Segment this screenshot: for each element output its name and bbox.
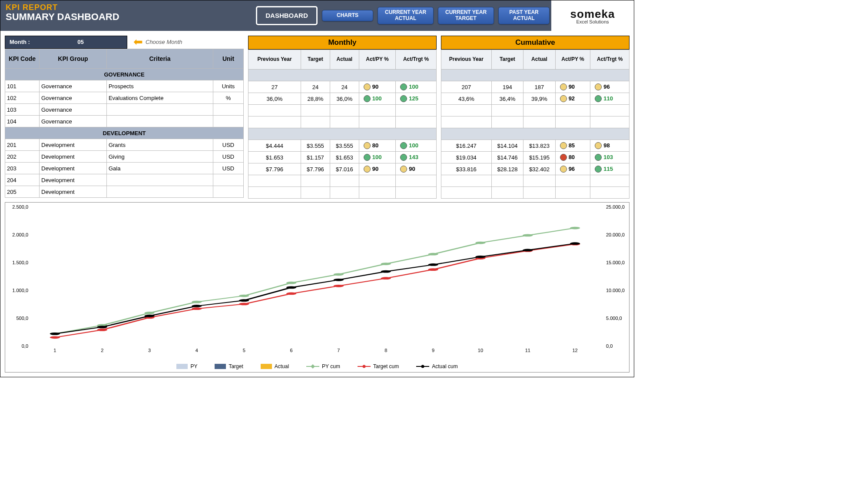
cumulative-table: Previous Year Target Actual Act/PY % Act… <box>441 50 629 199</box>
cumulative-row: 2071941879096 <box>441 81 629 93</box>
svg-point-13 <box>97 329 107 331</box>
group-spacer <box>441 70 629 81</box>
kpi-row[interactable]: 103Governance <box>5 104 244 116</box>
group-header: DEVELOPMENT <box>5 127 244 139</box>
nav-charts[interactable]: CHARTS <box>322 10 373 21</box>
svg-point-3 <box>192 301 202 303</box>
cumulative-row: $16.247$14.104$13.8238598 <box>441 140 629 152</box>
col-kpi-group: KPI Group <box>40 49 107 69</box>
svg-point-10 <box>523 234 533 237</box>
monthly-row: $4.444$3.555$3.55580100 <box>248 140 437 152</box>
svg-point-35 <box>570 242 580 245</box>
group-spacer <box>441 128 629 140</box>
svg-point-5 <box>286 282 297 284</box>
cumulative-row: $33.816$28.128$32.40296115 <box>441 163 629 175</box>
monthly-row: $1.653$1.157$1.653100143 <box>248 152 437 163</box>
kpi-row[interactable]: 104Governance <box>5 116 244 127</box>
header-bar: KPI REPORT SUMMARY DASHBOARD DASHBOARDCH… <box>0 0 634 31</box>
monthly-row <box>248 105 437 116</box>
svg-point-6 <box>334 273 344 276</box>
col-cum-py: Previous Year <box>441 50 492 70</box>
nav-current-year-target[interactable]: CURRENT YEAR TARGET <box>438 7 494 24</box>
svg-point-9 <box>475 242 486 244</box>
col-mon-target: Target <box>301 50 330 70</box>
svg-point-19 <box>381 277 391 279</box>
col-mon-py: Previous Year <box>248 50 301 70</box>
legend-item: Target <box>215 363 243 369</box>
svg-point-29 <box>286 286 297 289</box>
nav-bar: DASHBOARDCHARTSCURRENT YEAR ACTUALCURREN… <box>254 0 551 31</box>
group-header: GOVERNANCE <box>5 69 244 80</box>
svg-point-2 <box>144 312 155 314</box>
monthly-title: Monthly <box>248 36 437 50</box>
col-mon-actual: Actual <box>330 50 359 70</box>
kpi-row[interactable]: 102GovernanceEvaluations Complete% <box>5 92 244 104</box>
kpi-row[interactable]: 101GovernanceProspectsUnits <box>5 80 244 92</box>
svg-point-34 <box>523 249 533 252</box>
kpi-row[interactable]: 201DevelopmentGrantsUSD <box>5 139 244 151</box>
svg-point-31 <box>381 270 391 273</box>
svg-point-18 <box>334 285 344 287</box>
monthly-row <box>248 187 437 199</box>
kpi-table: KPI Code KPI Group Criteria Unit GOVERNA… <box>5 49 244 198</box>
svg-point-8 <box>428 253 438 256</box>
svg-point-27 <box>192 305 202 307</box>
col-mon-actpy: Act/PY % <box>359 50 395 70</box>
kpi-row[interactable]: 203DevelopmentGalaUSD <box>5 163 244 174</box>
svg-point-4 <box>239 295 249 297</box>
cumulative-row <box>441 175 629 187</box>
svg-point-28 <box>239 299 249 302</box>
svg-point-12 <box>50 336 60 339</box>
svg-point-33 <box>475 256 486 258</box>
nav-past-year-actual[interactable]: PAST YEAR ACTUAL <box>498 7 550 24</box>
svg-point-16 <box>239 303 249 305</box>
logo-subtext: Excel Solutions <box>576 19 609 24</box>
cumulative-row: $19.034$14.746$15.19580103 <box>441 152 629 163</box>
col-kpi-unit: Unit <box>213 49 244 69</box>
legend-item: Target cum <box>358 363 399 369</box>
group-spacer <box>248 128 437 140</box>
svg-point-7 <box>381 263 391 265</box>
svg-point-15 <box>192 307 202 310</box>
nav-dashboard[interactable]: DASHBOARD <box>256 6 318 25</box>
group-spacer <box>248 70 437 81</box>
cumulative-row <box>441 116 629 128</box>
monthly-row: 36,0%28,8%36,0%100125 <box>248 93 437 105</box>
monthly-row <box>248 116 437 128</box>
report-title: KPI REPORT <box>6 3 249 12</box>
col-mon-acttrg: Act/Trgt % <box>396 50 437 70</box>
monthly-row: 27242490100 <box>248 81 437 93</box>
cumulative-row <box>441 187 629 199</box>
col-kpi-criteria: Criteria <box>106 49 213 69</box>
page-subtitle: SUMMARY DASHBOARD <box>6 11 249 23</box>
kpi-row[interactable]: 202DevelopmentGivingUSD <box>5 151 244 163</box>
legend-item: Actual cum <box>416 363 457 369</box>
svg-point-25 <box>97 326 107 328</box>
col-cum-actual: Actual <box>523 50 555 70</box>
kpi-chart: 0,0500,01.000,01.500,02.000,02.500,0 0,0… <box>5 202 629 373</box>
col-cum-actpy: Act/PY % <box>555 50 590 70</box>
col-cum-acttrg: Act/Trgt % <box>590 50 629 70</box>
cumulative-title: Cumulative <box>441 36 629 50</box>
svg-point-24 <box>50 333 60 335</box>
svg-point-20 <box>428 268 438 271</box>
legend-item: PY <box>176 363 197 369</box>
kpi-row[interactable]: 205Development <box>5 186 244 198</box>
legend-item: PY cum <box>306 363 340 369</box>
monthly-row: $7.796$7.796$7.0169090 <box>248 163 437 175</box>
col-kpi-code: KPI Code <box>5 49 40 69</box>
svg-point-26 <box>144 315 155 317</box>
cumulative-row: 43,6%36,4%39,9%92110 <box>441 93 629 105</box>
kpi-row[interactable]: 204Development <box>5 174 244 186</box>
svg-point-17 <box>286 293 297 295</box>
legend-item: Actual <box>261 363 289 369</box>
cumulative-row <box>441 105 629 116</box>
svg-point-11 <box>570 227 580 230</box>
svg-point-30 <box>334 279 344 281</box>
monthly-row <box>248 175 437 187</box>
monthly-table: Previous Year Target Actual Act/PY % Act… <box>248 50 437 199</box>
svg-point-32 <box>428 263 438 266</box>
col-cum-target: Target <box>491 50 523 70</box>
nav-current-year-actual[interactable]: CURRENT YEAR ACTUAL <box>378 7 434 24</box>
logo: someka Excel Solutions <box>551 0 634 31</box>
